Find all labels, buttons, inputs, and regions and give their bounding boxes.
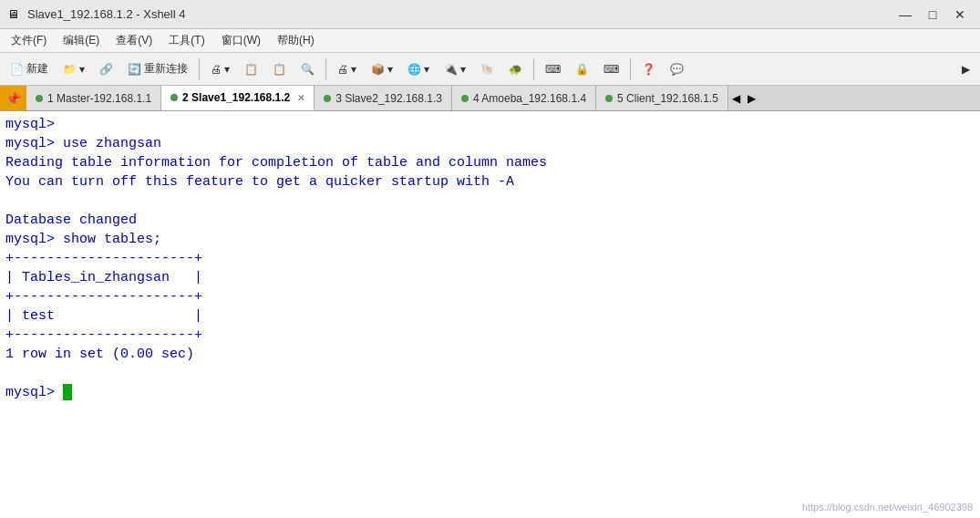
window-title: Slave1_192.168.1.2 - Xshell 4 [27, 7, 185, 21]
toolbar: 📄 新建 📁 ▾ 🔗 🔄 重新连接 🖨 ▾ 📋 📋 🔍 🖨 ▾ 📦 ▾ 🌐 ▾ … [0, 53, 980, 86]
help-icon: ❓ [642, 63, 655, 76]
menu-edit[interactable]: 编辑(E) [56, 31, 107, 50]
tab-close-2[interactable]: ✕ [297, 93, 304, 103]
tab-master[interactable]: 1 Master-192.168.1.1 [26, 86, 161, 110]
tab-nav-right[interactable]: ▶ [744, 86, 759, 110]
connect-button[interactable]: 🔌 ▾ [438, 57, 472, 82]
tab-dot-1 [36, 95, 43, 102]
copy-button[interactable]: 📋 [238, 57, 264, 82]
tab-slave1[interactable]: 2 Slave1_192.168.1.2 ✕ [161, 86, 315, 110]
tab-nav-left[interactable]: ◀ [728, 86, 744, 110]
find-icon: 🔍 [301, 63, 315, 76]
sftp-icon: 📦 [371, 63, 385, 76]
tab-dot-3 [324, 95, 331, 102]
watermark: https://blog.csdn.net/weixin_46902398 [802, 501, 973, 514]
close-button[interactable]: ✕ [947, 4, 973, 26]
pin-icon: 📌 [5, 91, 21, 106]
menu-view[interactable]: 查看(V) [108, 31, 160, 50]
title-bar-left: 🖥 Slave1_192.168.1.2 - Xshell 4 [7, 7, 185, 22]
sep1 [199, 58, 200, 80]
lock-button[interactable]: 🔒 [569, 57, 595, 82]
print-arrow: ▾ [224, 63, 230, 76]
open-arrow: ▾ [79, 63, 85, 76]
tab-label-2: 2 Slave1_192.168.1.2 [182, 91, 290, 104]
new-button[interactable]: 📄 新建 [4, 57, 55, 82]
menu-help[interactable]: 帮助(H) [270, 31, 322, 50]
print-setup-icon: 🖨 [211, 63, 222, 76]
tab-slave2[interactable]: 3 Slave2_192.168.1.3 [315, 86, 452, 110]
sep3 [533, 58, 534, 80]
network-button[interactable]: 🌐 ▾ [401, 57, 436, 82]
keyboard-button[interactable]: ⌨ [539, 57, 567, 82]
sftp-arrow: ▾ [387, 63, 393, 76]
print-icon: 🖨 [337, 63, 348, 76]
terminal-content: mysql> mysql> use zhangsan Reading table… [5, 115, 975, 402]
sftp-button[interactable]: 📦 ▾ [365, 57, 399, 82]
terminal-cursor [63, 384, 72, 400]
title-bar: 🖥 Slave1_192.168.1.2 - Xshell 4 — □ ✕ [0, 0, 980, 29]
menu-tools[interactable]: 工具(T) [161, 31, 211, 50]
shell-button[interactable]: 🐚 [474, 57, 500, 82]
tab-label-5: 5 Client_192.168.1.5 [617, 92, 718, 105]
new-label: 新建 [26, 61, 48, 77]
menu-file[interactable]: 文件(F) [4, 31, 54, 50]
print-btn-arrow: ▾ [351, 63, 356, 76]
tab-label-1: 1 Master-192.168.1.1 [47, 92, 151, 105]
turtle-button[interactable]: 🐢 [502, 57, 529, 82]
new-icon: 📄 [10, 63, 24, 76]
connect-icon: 🔌 [444, 63, 458, 76]
chat-icon: 💬 [670, 63, 684, 76]
lock-icon: 🔒 [575, 63, 589, 76]
connect-arrow: ▾ [460, 63, 466, 76]
tab-client[interactable]: 5 Client_192.168.1.5 [596, 86, 728, 110]
terminal[interactable]: mysql> mysql> use zhangsan Reading table… [0, 111, 980, 518]
paste-button[interactable]: 📋 [266, 57, 293, 82]
compose-button[interactable]: ⌨ [597, 57, 625, 82]
turtle-icon: 🐢 [509, 63, 522, 76]
title-controls: — □ ✕ [892, 4, 973, 26]
chain-icon: 🔗 [99, 63, 113, 76]
reconnect-button[interactable]: 🔄 重新连接 [121, 57, 194, 82]
sep2 [325, 58, 326, 80]
tab-dot-2 [170, 94, 178, 101]
pin-area: 📌 [0, 86, 26, 110]
print-button[interactable]: 🖨 ▾ [331, 57, 363, 82]
tab-label-3: 3 Slave2_192.168.1.3 [335, 92, 442, 105]
open-button[interactable]: 📁 ▾ [57, 57, 91, 82]
open-icon: 📁 [63, 63, 77, 76]
print-setup-button[interactable]: 🖨 ▾ [204, 57, 236, 82]
find-button[interactable]: 🔍 [294, 57, 321, 82]
tab-dot-4 [461, 95, 469, 102]
expand-button[interactable]: ▶ [955, 57, 976, 82]
network-arrow: ▾ [424, 63, 429, 76]
sep4 [630, 58, 631, 80]
expand-icon: ▶ [962, 63, 970, 76]
chat-button[interactable]: 💬 [664, 57, 690, 82]
maximize-button[interactable]: □ [920, 4, 945, 26]
reconnect-label: 重新连接 [144, 61, 188, 77]
menu-window[interactable]: 窗口(W) [214, 31, 268, 50]
tab-amoeba[interactable]: 4 Amoeba_192.168.1.4 [452, 86, 596, 110]
help-button[interactable]: ❓ [635, 57, 662, 82]
shell-icon: 🐚 [480, 63, 494, 76]
compose-icon: ⌨ [603, 63, 619, 76]
keyboard-icon: ⌨ [545, 63, 561, 76]
app-icon: 🖥 [7, 7, 22, 22]
menu-bar: 文件(F) 编辑(E) 查看(V) 工具(T) 窗口(W) 帮助(H) [0, 29, 980, 53]
paste-icon: 📋 [273, 63, 286, 76]
minimize-button[interactable]: — [892, 4, 918, 26]
tab-label-4: 4 Amoeba_192.168.1.4 [473, 92, 586, 105]
tab-bar: 📌 1 Master-192.168.1.1 2 Slave1_192.168.… [0, 86, 980, 111]
chain-button[interactable]: 🔗 [93, 57, 119, 82]
network-icon: 🌐 [407, 63, 421, 76]
reconnect-icon: 🔄 [128, 63, 141, 76]
copy-icon: 📋 [244, 63, 258, 76]
tab-dot-5 [605, 95, 613, 102]
